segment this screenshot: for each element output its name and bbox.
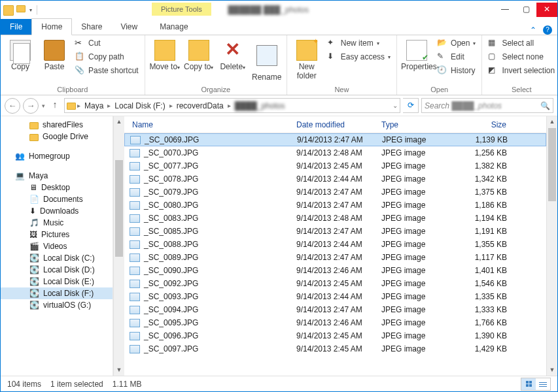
qat-dropdown-icon[interactable]: ▾ (29, 7, 32, 13)
scroll-down-icon[interactable]: ▼ (547, 365, 557, 376)
select-all-button[interactable]: ▦Select all (486, 37, 557, 49)
paste-shortcut-button[interactable]: 📎Paste shortcut (73, 65, 141, 76)
nav-local-d[interactable]: 💽Local Disk (D:) (1, 264, 113, 276)
filelist-scrollbar[interactable]: ▲ ▼ (546, 116, 557, 376)
back-button[interactable]: ← (5, 98, 20, 114)
new-folder-button[interactable]: New folder (291, 37, 323, 80)
invert-selection-button[interactable]: ◩Invert selection (486, 65, 557, 76)
address-dropdown-icon[interactable]: ⌄ (392, 102, 398, 109)
file-row[interactable]: _SC_0077.JPG9/14/2013 2:45 AMJPEG image1… (124, 159, 546, 172)
history-button[interactable]: 🕘History (435, 65, 478, 76)
tab-home[interactable]: Home (31, 18, 72, 35)
copy-path-button[interactable]: 📋Copy path (73, 51, 141, 63)
maximize-button[interactable]: ▢ (515, 3, 536, 17)
delete-button[interactable]: ✕Delete▾ (217, 37, 249, 71)
file-type: JPEG image (376, 227, 456, 236)
file-row[interactable]: _SC_0089.JPG9/14/2013 2:47 AMJPEG image1… (124, 251, 546, 264)
file-row[interactable]: _SC_0079.JPG9/14/2013 2:47 AMJPEG image1… (124, 186, 546, 199)
file-row[interactable]: _SC_0085.JPG9/14/2013 2:47 AMJPEG image1… (124, 225, 546, 238)
up-button[interactable]: ↑ (48, 99, 61, 112)
tab-share[interactable]: Share (72, 19, 111, 35)
scroll-up-icon[interactable]: ▲ (114, 116, 124, 127)
select-none-button[interactable]: ▢Select none (486, 51, 557, 63)
file-row[interactable]: _SC_0097.JPG9/14/2013 2:45 AMJPEG image1… (124, 342, 546, 355)
file-row[interactable]: _SC_0088.JPG9/14/2013 2:44 AMJPEG image1… (124, 238, 546, 251)
nav-local-e[interactable]: 💽Local Disk (E:) (1, 276, 113, 287)
refresh-button[interactable]: ⟳ (403, 98, 419, 113)
new-folder-icon[interactable] (16, 5, 27, 15)
tab-view[interactable]: View (111, 19, 147, 35)
file-row[interactable]: _SC_0070.JPG9/14/2013 2:48 AMJPEG image1… (124, 146, 546, 159)
navigation-pane[interactable]: sharedFiles Google Drive 👥Homegroup 💻May… (1, 116, 113, 376)
drive-icon: 💽 (29, 289, 39, 298)
nav-documents[interactable]: 📄Documents (1, 193, 113, 205)
image-file-icon (130, 149, 140, 157)
file-row[interactable]: _SC_0078.JPG9/14/2013 2:44 AMJPEG image1… (124, 172, 546, 186)
cut-button[interactable]: ✂Cut (73, 37, 141, 49)
tab-manage[interactable]: Manage (150, 19, 197, 35)
nav-videos[interactable]: 🎬Videos (1, 240, 113, 252)
file-name: _SC_0096.JPG (144, 331, 198, 340)
crumb-localdisk-f[interactable]: Local Disk (F:) (112, 101, 167, 110)
edit-button[interactable]: ✎Edit (435, 51, 478, 63)
paste-button[interactable]: Paste (39, 37, 70, 71)
details-view-button[interactable] (521, 378, 536, 390)
nav-homegroup[interactable]: 👥Homegroup (1, 150, 113, 162)
move-to-button[interactable]: Move to▾ (149, 37, 181, 71)
file-size: 1,191 KB (456, 227, 520, 236)
recent-locations-icon[interactable]: ▾ (41, 103, 46, 109)
nav-maya[interactable]: 💻Maya (1, 170, 113, 182)
crumb-recoverddata[interactable]: recoverdData (174, 101, 226, 110)
copy-button[interactable]: Copy (5, 37, 36, 71)
folder-icon (67, 103, 76, 110)
tab-file[interactable]: File (1, 19, 31, 35)
col-date[interactable]: Date modified (291, 120, 376, 129)
forward-button[interactable]: → (23, 98, 39, 114)
file-row[interactable]: _SC_0083.JPG9/14/2013 2:48 AMJPEG image1… (124, 212, 546, 225)
file-row[interactable]: _SC_0092.JPG9/14/2013 2:45 AMJPEG image1… (124, 277, 546, 290)
search-input[interactable]: Search ████_photos 🔍 (421, 98, 553, 113)
file-row[interactable]: _SC_0093.JPG9/14/2013 2:44 AMJPEG image1… (124, 290, 546, 303)
scroll-down-icon[interactable]: ▼ (114, 365, 124, 376)
col-type[interactable]: Type (376, 120, 456, 129)
nav-local-f[interactable]: 💽Local Disk (F:) (1, 287, 113, 299)
file-row[interactable]: _SC_0090.JPG9/14/2013 2:46 AMJPEG image1… (124, 264, 546, 277)
nav-googledrive[interactable]: Google Drive (1, 131, 113, 142)
file-row[interactable]: _SC_0080.JPG9/14/2013 2:47 AMJPEG image1… (124, 199, 546, 212)
crumb-current[interactable]: ████_photos (232, 101, 288, 110)
image-file-icon (130, 136, 141, 144)
scroll-up-icon[interactable]: ▲ (547, 116, 557, 127)
minimize-ribbon-icon[interactable]: ⌃ (530, 25, 536, 35)
nav-sharedfiles[interactable]: sharedFiles (1, 119, 113, 131)
rename-button[interactable]: Rename (251, 37, 283, 82)
help-icon[interactable]: ? (543, 25, 552, 35)
copy-to-button[interactable]: Copy to▾ (183, 37, 215, 71)
file-row[interactable]: _SC_0094.JPG9/14/2013 2:47 AMJPEG image1… (124, 303, 546, 316)
nav-pictures[interactable]: 🖼Pictures (1, 229, 113, 240)
file-size: 1,333 KB (456, 305, 520, 314)
nav-downloads[interactable]: ⬇Downloads (1, 205, 113, 217)
file-row[interactable]: _SC_0096.JPG9/14/2013 2:45 AMJPEG image1… (124, 329, 546, 342)
close-button[interactable]: ✕ (536, 3, 557, 17)
navpane-scrollbar[interactable]: ▲ ▼ (113, 116, 124, 376)
breadcrumb[interactable]: ▸ Maya▸ Local Disk (F:)▸ recoverdData▸ █… (64, 98, 400, 113)
file-type: JPEG image (376, 148, 456, 157)
file-date: 9/14/2013 2:45 AM (291, 344, 376, 353)
minimize-button[interactable]: — (495, 3, 515, 17)
easy-access-button[interactable]: ⬇Easy access ▾ (325, 51, 392, 63)
file-row[interactable]: _SC_0069.JPG9/14/2013 2:47 AMJPEG image1… (124, 133, 546, 146)
nav-virtualos-g[interactable]: 💽virtualOS (G:) (1, 299, 113, 311)
col-name[interactable]: Name (124, 120, 291, 129)
nav-local-c[interactable]: 💽Local Disk (C:) (1, 252, 113, 264)
crumb-maya[interactable]: Maya (82, 101, 106, 110)
image-file-icon (130, 188, 140, 197)
nav-desktop[interactable]: 🖥Desktop (1, 182, 113, 193)
large-icons-view-button[interactable] (536, 378, 550, 390)
folder-icon[interactable] (3, 5, 14, 16)
col-size[interactable]: Size (456, 120, 520, 129)
open-button[interactable]: 📂Open ▾ (435, 37, 478, 49)
file-row[interactable]: _SC_0095.JPG9/14/2013 2:46 AMJPEG image1… (124, 316, 546, 329)
nav-music[interactable]: 🎵Music (1, 217, 113, 229)
new-item-button[interactable]: ✦New item ▾ (325, 37, 392, 49)
properties-button[interactable]: Properties▾ (401, 37, 432, 71)
